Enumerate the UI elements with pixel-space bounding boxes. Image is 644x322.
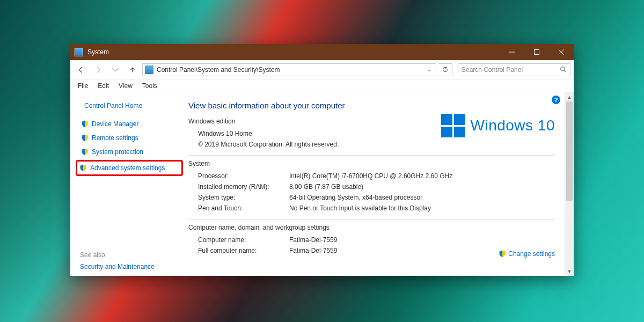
svg-rect-1 bbox=[535, 50, 539, 55]
control-panel-home-link[interactable]: Control Panel Home bbox=[84, 102, 183, 109]
scroll-down-button[interactable]: ▼ bbox=[565, 267, 574, 276]
address-dropdown-icon[interactable]: ⌄ bbox=[425, 67, 434, 72]
search-input[interactable] bbox=[462, 66, 560, 74]
shield-icon bbox=[81, 148, 89, 156]
sidebar-item-advanced-system-settings[interactable]: Advanced system settings bbox=[76, 160, 183, 176]
system-window: System Control Panel\System and Security… bbox=[70, 44, 574, 276]
copyright-text: © 2019 Microsoft Corporation. All rights… bbox=[198, 141, 339, 148]
shield-icon bbox=[79, 164, 87, 172]
sidebar: Control Panel Home Device Manager Remote… bbox=[70, 92, 183, 276]
change-settings-link[interactable]: Change settings bbox=[499, 250, 555, 258]
search-box[interactable] bbox=[458, 63, 570, 76]
titlebar[interactable]: System bbox=[70, 44, 574, 60]
see-also-section: See also Security and Maintenance bbox=[78, 240, 183, 270]
up-button[interactable] bbox=[125, 62, 140, 77]
see-also-label: See also bbox=[80, 251, 183, 259]
back-button[interactable] bbox=[74, 62, 89, 77]
sidebar-item-label: Advanced system settings bbox=[90, 164, 165, 172]
svg-line-5 bbox=[564, 70, 566, 72]
windows-logo-icon bbox=[441, 114, 465, 137]
sidebar-item-system-protection[interactable]: System protection bbox=[78, 146, 183, 158]
sidebar-item-label: Remote settings bbox=[92, 134, 138, 142]
row-ram: Installed memory (RAM):8.00 GB (7.87 GB … bbox=[188, 181, 555, 192]
divider bbox=[188, 219, 555, 219]
row-processor: Processor:Intel(R) Core(TM) i7-6700HQ CP… bbox=[188, 171, 555, 181]
menu-file[interactable]: File bbox=[74, 81, 92, 91]
page-heading: View basic information about your comput… bbox=[188, 101, 555, 110]
section-computer-name: Computer name, domain, and workgroup set… bbox=[188, 224, 555, 231]
windows-logo: Windows 10 bbox=[441, 114, 555, 137]
maximize-button[interactable] bbox=[524, 44, 549, 60]
address-path: Control Panel\System and Security\System bbox=[157, 66, 425, 74]
minimize-button[interactable] bbox=[500, 44, 524, 60]
refresh-button[interactable] bbox=[438, 63, 452, 76]
scroll-track[interactable] bbox=[565, 101, 574, 267]
content-pane: ? View basic information about your comp… bbox=[183, 92, 565, 276]
change-settings-label: Change settings bbox=[508, 250, 555, 258]
shield-icon bbox=[499, 250, 506, 258]
address-bar[interactable]: Control Panel\System and Security\System… bbox=[142, 63, 436, 76]
menu-view[interactable]: View bbox=[114, 81, 137, 91]
forward-button[interactable] bbox=[91, 62, 106, 77]
row-computer-name: Computer name:Fatima-Del-7559 bbox=[188, 235, 555, 245]
sidebar-item-remote-settings[interactable]: Remote settings bbox=[78, 132, 183, 144]
shield-icon bbox=[81, 120, 89, 128]
section-system: System bbox=[188, 160, 555, 167]
menu-edit[interactable]: Edit bbox=[93, 81, 113, 91]
recent-dropdown[interactable] bbox=[108, 62, 123, 77]
window-body: Control Panel Home Device Manager Remote… bbox=[70, 92, 574, 276]
row-system-type: System type:64-bit Operating System, x64… bbox=[188, 192, 555, 203]
address-system-icon bbox=[145, 65, 153, 74]
sidebar-item-device-manager[interactable]: Device Manager bbox=[78, 118, 183, 130]
windows-logo-text: Windows 10 bbox=[470, 117, 555, 134]
edition-name: Windows 10 Home bbox=[198, 130, 252, 137]
menu-tools[interactable]: Tools bbox=[138, 81, 162, 91]
vertical-scrollbar[interactable]: ▲ ▼ bbox=[565, 92, 574, 276]
shield-icon bbox=[81, 134, 89, 142]
sidebar-item-label: Device Manager bbox=[92, 120, 138, 128]
see-also-security-maintenance[interactable]: Security and Maintenance bbox=[80, 263, 183, 270]
menu-bar: File Edit View Tools bbox=[70, 79, 574, 92]
scroll-thumb[interactable] bbox=[566, 101, 573, 201]
nav-toolbar: Control Panel\System and Security\System… bbox=[70, 60, 574, 79]
close-button[interactable] bbox=[549, 44, 574, 60]
divider bbox=[188, 155, 555, 156]
window-title: System bbox=[87, 48, 109, 56]
system-icon bbox=[75, 48, 83, 56]
help-icon[interactable]: ? bbox=[552, 96, 560, 104]
sidebar-item-label: System protection bbox=[92, 148, 143, 156]
svg-point-4 bbox=[561, 67, 565, 71]
search-icon bbox=[560, 66, 567, 73]
scroll-up-button[interactable]: ▲ bbox=[565, 92, 574, 101]
row-pen-touch: Pen and Touch:No Pen or Touch Input is a… bbox=[188, 203, 555, 214]
